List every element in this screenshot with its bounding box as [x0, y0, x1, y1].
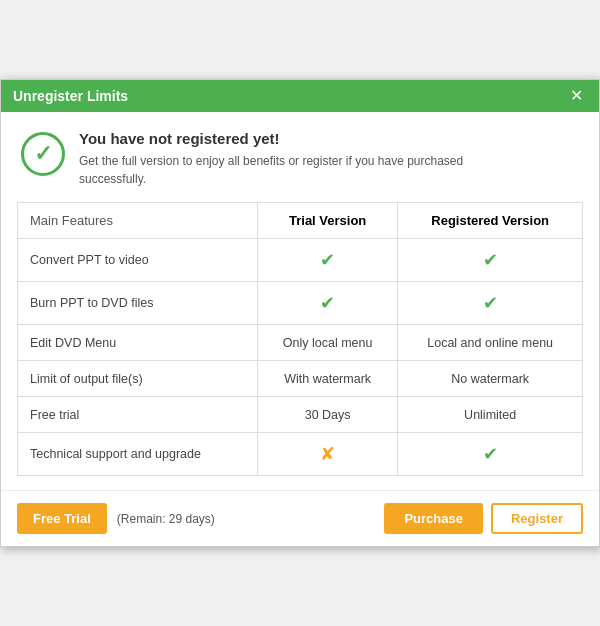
dialog-title: Unregister Limits: [13, 88, 128, 104]
footer-right: Purchase Register: [384, 503, 583, 534]
registered-cell: ✔: [398, 239, 583, 282]
registered-value: Local and online menu: [427, 336, 553, 350]
feature-cell: Convert PPT to video: [18, 239, 258, 282]
header-title: You have not registered yet!: [79, 130, 463, 147]
remain-text: (Remain: 29 days): [117, 512, 215, 526]
check-icon: ✔: [483, 250, 498, 270]
trial-value: 30 Days: [305, 408, 351, 422]
footer-left: Free Trial (Remain: 29 days): [17, 503, 215, 534]
feature-cell: Technical support and upgrade: [18, 433, 258, 476]
check-icon: ✔: [320, 293, 335, 313]
col-header-registered: Registered Version: [398, 203, 583, 239]
trial-cell: ✘: [257, 433, 397, 476]
features-table: Main Features Trial Version Registered V…: [17, 202, 583, 476]
check-icon: ✓: [34, 143, 52, 165]
table-row: Edit DVD MenuOnly local menuLocal and on…: [18, 325, 583, 361]
feature-cell: Edit DVD Menu: [18, 325, 258, 361]
registered-cell: No watermark: [398, 361, 583, 397]
table-row: Convert PPT to video✔✔: [18, 239, 583, 282]
free-trial-button[interactable]: Free Trial: [17, 503, 107, 534]
trial-value: With watermark: [284, 372, 371, 386]
close-button[interactable]: ✕: [566, 88, 587, 104]
table-row: Technical support and upgrade✘✔: [18, 433, 583, 476]
trial-value: Only local menu: [283, 336, 373, 350]
header-section: ✓ You have not registered yet! Get the f…: [1, 112, 599, 202]
registered-value: No watermark: [451, 372, 529, 386]
trial-cell: With watermark: [257, 361, 397, 397]
cross-icon: ✘: [320, 444, 335, 464]
check-icon: ✔: [320, 250, 335, 270]
status-icon-circle: ✓: [21, 132, 65, 176]
register-button[interactable]: Register: [491, 503, 583, 534]
feature-cell: Limit of output file(s): [18, 361, 258, 397]
dialog-window: Unregister Limits ✕ ✓ You have not regis…: [0, 79, 600, 547]
title-bar: Unregister Limits ✕: [1, 80, 599, 112]
col-header-trial: Trial Version: [257, 203, 397, 239]
purchase-button[interactable]: Purchase: [384, 503, 483, 534]
header-text: You have not registered yet! Get the ful…: [79, 130, 463, 188]
col-header-features: Main Features: [18, 203, 258, 239]
trial-cell: Only local menu: [257, 325, 397, 361]
feature-cell: Burn PPT to DVD files: [18, 282, 258, 325]
registered-cell: Local and online menu: [398, 325, 583, 361]
feature-cell: Free trial: [18, 397, 258, 433]
table-row: Limit of output file(s)With watermarkNo …: [18, 361, 583, 397]
check-icon: ✔: [483, 444, 498, 464]
registered-value: Unlimited: [464, 408, 516, 422]
features-table-wrapper: Main Features Trial Version Registered V…: [1, 202, 599, 490]
registered-cell: Unlimited: [398, 397, 583, 433]
table-header-row: Main Features Trial Version Registered V…: [18, 203, 583, 239]
trial-cell: ✔: [257, 239, 397, 282]
check-icon: ✔: [483, 293, 498, 313]
footer: Free Trial (Remain: 29 days) Purchase Re…: [1, 490, 599, 546]
trial-cell: 30 Days: [257, 397, 397, 433]
header-subtitle: Get the full version to enjoy all benefi…: [79, 152, 463, 188]
table-row: Burn PPT to DVD files✔✔: [18, 282, 583, 325]
table-row: Free trial30 DaysUnlimited: [18, 397, 583, 433]
trial-cell: ✔: [257, 282, 397, 325]
registered-cell: ✔: [398, 282, 583, 325]
registered-cell: ✔: [398, 433, 583, 476]
